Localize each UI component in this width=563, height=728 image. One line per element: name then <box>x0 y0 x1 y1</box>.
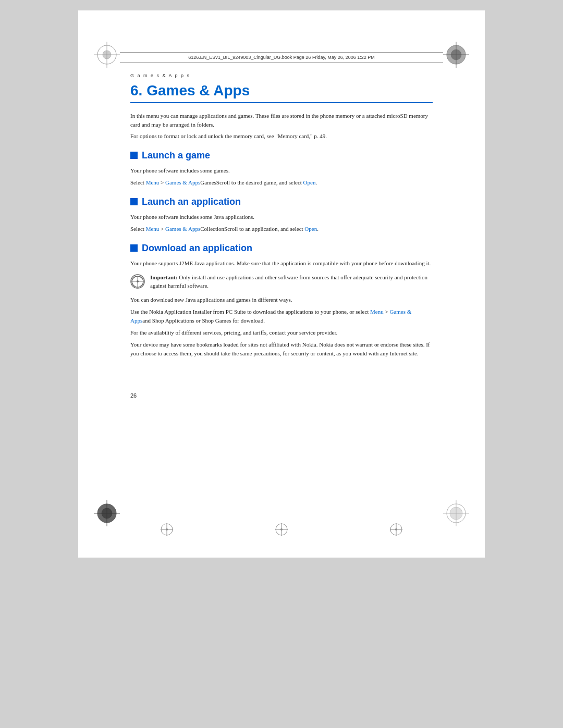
important-icon <box>130 274 145 289</box>
section2-body2-suffix: . <box>317 226 319 232</box>
section2-body2-mid2: Collection <box>200 226 224 232</box>
section1-body2-prefix: Select <box>130 179 146 186</box>
section2-open-link[interactable]: Open <box>304 226 317 232</box>
section2-body2-mid: > <box>159 226 165 232</box>
section3-heading: Download an application <box>130 243 433 254</box>
important-text: Important: Only install and use applicat… <box>150 273 433 290</box>
section1-open-link[interactable]: Open <box>303 179 316 186</box>
svg-point-27 <box>280 528 283 530</box>
section3-title: Download an application <box>142 243 252 254</box>
important-note: Important: Only install and use applicat… <box>130 273 433 290</box>
chapter-title: 6. Games & Apps <box>130 82 433 103</box>
svg-point-31 <box>395 528 397 530</box>
section1-heading: Launch a game <box>130 150 433 161</box>
section2-body2-prefix: Select <box>130 226 146 232</box>
section1-body1: Your phone software includes some games. <box>130 166 433 175</box>
heading-square-3 <box>130 244 138 252</box>
section3-body4: For the availability of different servic… <box>130 328 433 337</box>
section2-heading: Launch an application <box>130 196 433 207</box>
section2-body2: Select Menu > Games & AppsCollectionScro… <box>130 225 433 233</box>
svg-point-19 <box>137 280 139 282</box>
heading-square-2 <box>130 198 138 205</box>
section2-title: Launch an application <box>142 196 241 207</box>
bottom-cross-left <box>160 522 174 537</box>
section1-body2: Select Menu > Games & AppsGamesScroll to… <box>130 178 433 187</box>
section1-body2-mid3: Scroll to the desired game, and select <box>216 179 303 186</box>
intro-paragraph-2: For options to format or lock and unlock… <box>130 132 433 141</box>
section3-menu-link[interactable]: Menu <box>370 309 384 315</box>
section1-body2-mid: > <box>159 179 165 186</box>
section1-body2-suffix: . <box>315 179 317 186</box>
section2-body1: Your phone software includes some Java a… <box>130 213 433 221</box>
section2-menu-link[interactable]: Menu <box>146 226 160 232</box>
important-body: Only install and use applications and ot… <box>150 274 427 289</box>
file-info: 6126.EN_ESv1_BIL_9249003_Cingular_UG.boo… <box>120 52 443 63</box>
section1-body2-mid2: Games <box>200 179 216 186</box>
page-header: 6126.EN_ESv1_BIL_9249003_Cingular_UG.boo… <box>78 10 485 63</box>
bottom-crosses <box>78 522 485 537</box>
document-page: 6126.EN_ESv1_BIL_9249003_Cingular_UG.boo… <box>78 10 485 558</box>
section2-body2-mid3: Scroll to an application, and select <box>224 226 304 232</box>
bottom-cross-right <box>389 522 403 537</box>
important-label: Important: <box>150 274 178 280</box>
heading-square-1 <box>130 152 138 159</box>
bottom-cross-center <box>274 522 289 537</box>
section3-body3-mid: > <box>384 309 390 315</box>
section-label: G a m e s & A p p s <box>130 73 433 78</box>
corner-mark-top-right <box>443 42 469 68</box>
section3-body5: Your device may have some bookmarks load… <box>130 340 433 358</box>
main-content: G a m e s & A p p s 6. Games & Apps In t… <box>78 73 485 392</box>
section3-body3-suffix: and Shop Applications or Shop Games for … <box>142 317 265 324</box>
svg-point-23 <box>166 528 168 530</box>
corner-mark-top-left <box>94 42 120 68</box>
section1-games-apps-link[interactable]: Games & Apps <box>165 179 200 186</box>
section1-menu-link[interactable]: Menu <box>146 179 160 186</box>
section3-body3: Use the Nokia Application Installer from… <box>130 307 433 325</box>
page-number: 26 <box>78 392 485 409</box>
intro-paragraph-1: In this menu you can manage applications… <box>130 112 433 129</box>
section2-games-apps-link[interactable]: Games & Apps <box>165 226 200 232</box>
section3-body1: Your phone supports J2ME Java applicatio… <box>130 259 433 268</box>
section3-body3-prefix: Use the Nokia Application Installer from… <box>130 309 370 315</box>
section1-title: Launch a game <box>142 150 210 161</box>
section3-body2: You can download new Java applications a… <box>130 295 433 304</box>
